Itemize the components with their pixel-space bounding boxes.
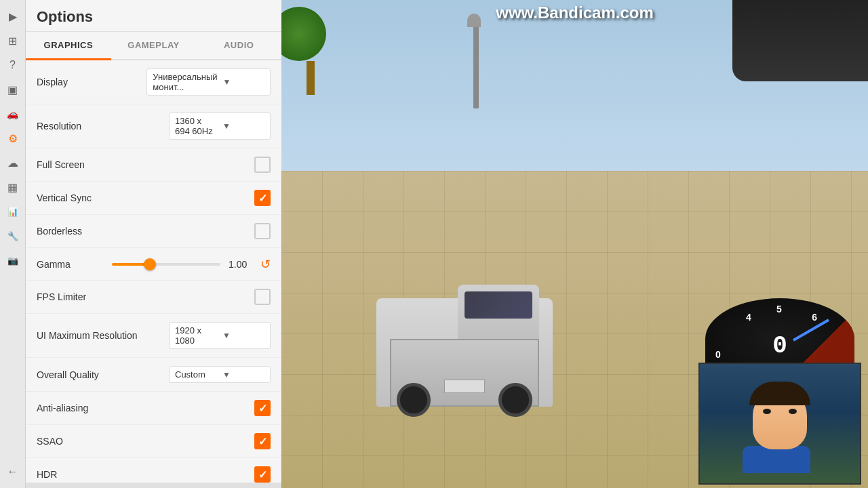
- vsync-label: Vertical Sync: [37, 192, 254, 203]
- fullscreen-checkbox[interactable]: [254, 157, 271, 173]
- setting-resolution: Resolution 1360 x 694 60Hz ▼: [26, 104, 281, 148]
- ui-max-resolution-dropdown[interactable]: 1920 x 1080 ▼: [169, 322, 271, 349]
- sidebar-icon-video[interactable]: ▣: [3, 80, 22, 99]
- borderless-checkbox[interactable]: [254, 223, 271, 239]
- sidebar-icon-cloud[interactable]: ☁: [3, 153, 22, 172]
- monument: [471, 14, 481, 108]
- resolution-control: 1360 x 694 60Hz ▼: [169, 113, 271, 140]
- gamma-slider-track[interactable]: [112, 263, 220, 266]
- truck-cab: [458, 285, 539, 339]
- display-value: Универсальный монит...: [153, 72, 217, 92]
- sidebar-icon-camera[interactable]: 📷: [3, 251, 22, 270]
- hdr-checkbox[interactable]: [254, 466, 271, 483]
- vsync-control: [254, 190, 271, 206]
- sidebar-icon-settings[interactable]: ⚙: [3, 129, 22, 148]
- options-panel: ▶ ⊞ ? ▣ 🚗 ⚙ ☁ ▦ 📊 🔧 📷 ← Options GRAPHICS…: [0, 0, 281, 488]
- truck-body: [376, 298, 553, 407]
- options-content: Options GRAPHICS GAMEPLAY AUDIO Display …: [26, 0, 281, 488]
- speedo-label-4: 4: [746, 312, 751, 323]
- display-label: Display: [37, 77, 146, 87]
- hdr-label: HDR: [37, 469, 254, 480]
- setting-overall-quality: Overall Quality Custom ▼: [26, 358, 281, 392]
- anti-aliasing-label: Anti-aliasing: [37, 403, 254, 413]
- gamma-control: 1.00 ↺: [112, 257, 271, 272]
- sidebar-icon-help[interactable]: ?: [3, 56, 22, 75]
- truck-license-plate: [444, 380, 485, 393]
- setting-anti-aliasing: Anti-aliasing: [26, 392, 281, 425]
- gamma-slider-thumb[interactable]: [144, 258, 156, 270]
- hdr-control: [254, 466, 271, 483]
- borderless-label: Borderless: [37, 226, 254, 237]
- dark-structure: [732, 0, 868, 81]
- ssao-label: SSAO: [37, 436, 254, 447]
- ui-max-resolution-label: UI Maximum Resolution: [37, 330, 169, 341]
- speedo-label-5: 5: [776, 304, 782, 314]
- tab-audio[interactable]: AUDIO: [196, 32, 281, 60]
- sidebar-icon-chart[interactable]: 📊: [3, 202, 22, 221]
- setting-borderless: Borderless: [26, 215, 281, 248]
- truck-wheel-right: [498, 383, 532, 417]
- sidebar-icons: ▶ ⊞ ? ▣ 🚗 ⚙ ☁ ▦ 📊 🔧 📷 ←: [0, 0, 26, 488]
- speedo-label-0: 0: [715, 349, 721, 360]
- truck: [363, 258, 566, 407]
- ui-max-resolution-dropdown-arrow: ▼: [222, 331, 264, 340]
- tree-trunk: [307, 61, 315, 95]
- person-eye-right: [789, 409, 797, 414]
- monument-top: [467, 14, 481, 27]
- fullscreen-control: [254, 157, 271, 173]
- bandicam-watermark: www.Bandicam.com: [496, 3, 654, 22]
- gamma-label: Gamma: [37, 259, 112, 270]
- person-hair: [749, 382, 810, 405]
- setting-fullscreen: Full Screen: [26, 148, 281, 182]
- person-eye-left: [763, 409, 771, 414]
- sidebar-icon-wrench[interactable]: 🔧: [3, 226, 22, 245]
- anti-aliasing-control: [254, 400, 271, 416]
- resolution-dropdown-arrow: ▼: [222, 121, 264, 131]
- webcam-overlay: [698, 363, 861, 485]
- overall-quality-dropdown[interactable]: Custom ▼: [169, 366, 271, 383]
- fps-limiter-control: [254, 289, 271, 305]
- truck-wheel-left: [397, 383, 431, 417]
- person-shirt: [743, 446, 810, 473]
- anti-aliasing-checkbox[interactable]: [254, 400, 271, 416]
- setting-vsync: Vertical Sync: [26, 182, 281, 215]
- person-face: [753, 388, 807, 449]
- gamma-reset-icon[interactable]: ↺: [260, 257, 271, 272]
- settings-list: Display Универсальный монит... ▼ Resolut…: [26, 60, 281, 483]
- fps-limiter-label: FPS Limiter: [37, 291, 254, 302]
- tab-gameplay[interactable]: GAMEPLAY: [111, 32, 197, 60]
- resolution-dropdown[interactable]: 1360 x 694 60Hz ▼: [169, 113, 271, 140]
- vsync-checkbox[interactable]: [254, 190, 271, 206]
- fps-limiter-checkbox[interactable]: [254, 289, 271, 305]
- overall-quality-control: Custom ▼: [169, 366, 271, 383]
- options-title: Options: [26, 0, 281, 32]
- setting-ssao: SSAO: [26, 425, 281, 458]
- sidebar-icon-car[interactable]: 🚗: [3, 104, 22, 123]
- bottom-bar: [26, 483, 281, 488]
- gamma-slider-container: 1.00 ↺: [112, 257, 271, 272]
- ui-max-resolution-control: 1920 x 1080 ▼: [169, 322, 271, 349]
- resolution-label: Resolution: [37, 121, 169, 131]
- overall-quality-value: Custom: [175, 369, 217, 380]
- overall-quality-label: Overall Quality: [37, 369, 169, 380]
- overall-quality-dropdown-arrow: ▼: [222, 370, 264, 380]
- display-control: Универсальный монит... ▼: [146, 68, 271, 96]
- sidebar-icon-layers[interactable]: ⊞: [3, 31, 22, 50]
- monument-base: [473, 27, 479, 108]
- ssao-control: [254, 433, 271, 449]
- sidebar-icon-grid[interactable]: ▦: [3, 178, 22, 197]
- borderless-control: [254, 223, 271, 239]
- ui-max-resolution-value: 1920 x 1080: [175, 325, 217, 346]
- display-dropdown-arrow: ▼: [223, 77, 264, 87]
- display-dropdown[interactable]: Универсальный монит... ▼: [146, 68, 271, 96]
- setting-fps-limiter: FPS Limiter: [26, 281, 281, 314]
- webcam-feed: [700, 364, 860, 483]
- sidebar-icon-play[interactable]: ▶: [3, 7, 22, 26]
- ssao-checkbox[interactable]: [254, 433, 271, 449]
- tab-graphics[interactable]: GRAPHICS: [26, 32, 111, 60]
- truck-window: [465, 291, 532, 319]
- speedometer-value: 0: [772, 332, 787, 360]
- sidebar-icon-back[interactable]: ←: [3, 462, 22, 481]
- game-viewport: 0 4 5 6 0 www.Bandicam.com: [281, 0, 868, 488]
- person-eyes: [763, 409, 797, 414]
